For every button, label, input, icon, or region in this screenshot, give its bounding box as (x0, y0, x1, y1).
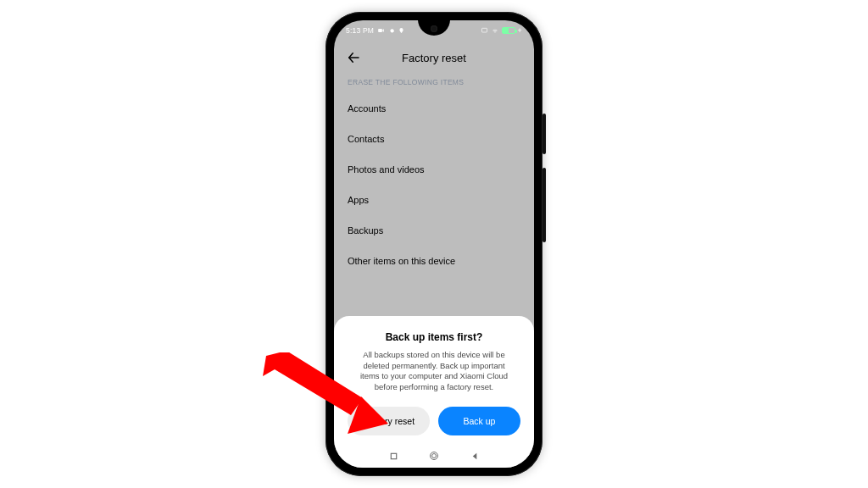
erase-list: Accounts Contacts Photos and videos Apps… (334, 93, 534, 276)
list-item: Backups (334, 215, 534, 246)
volume-button (542, 168, 546, 242)
screen: 5:13 PM (334, 20, 534, 468)
svg-rect-0 (481, 28, 487, 32)
list-item: Contacts (334, 124, 534, 154)
location-icon (398, 27, 404, 34)
cast-icon (481, 27, 488, 34)
section-label: ERASE THE FOLLOWING ITEMS (348, 78, 520, 86)
nav-bar (334, 444, 534, 468)
back-nav-icon[interactable] (470, 451, 480, 461)
list-item: Apps (334, 185, 534, 215)
back-up-button[interactable]: Back up (438, 407, 520, 435)
charging-icon: + (518, 26, 522, 35)
home-icon[interactable] (429, 451, 439, 461)
list-item: Other items on this device (334, 246, 534, 276)
svg-point-4 (431, 452, 438, 460)
wifi-icon (491, 27, 499, 34)
page-title: Factory reset (344, 52, 524, 64)
dialog-body: All backups stored on this device will b… (348, 350, 520, 393)
list-item: Photos and videos (334, 154, 534, 185)
svg-rect-2 (391, 453, 396, 458)
status-time: 5:13 PM (346, 26, 374, 35)
gear-icon (388, 27, 395, 34)
app-bar: Factory reset (334, 41, 534, 75)
dialog-title: Back up items first? (386, 331, 483, 343)
list-item: Accounts (334, 93, 534, 124)
power-button (542, 114, 546, 154)
factory-reset-button[interactable]: Factory reset (348, 407, 430, 435)
battery-icon (502, 27, 515, 34)
recents-icon[interactable] (388, 451, 398, 461)
video-icon (377, 27, 385, 34)
svg-point-3 (432, 454, 437, 458)
phone-frame: 5:13 PM (326, 12, 542, 476)
